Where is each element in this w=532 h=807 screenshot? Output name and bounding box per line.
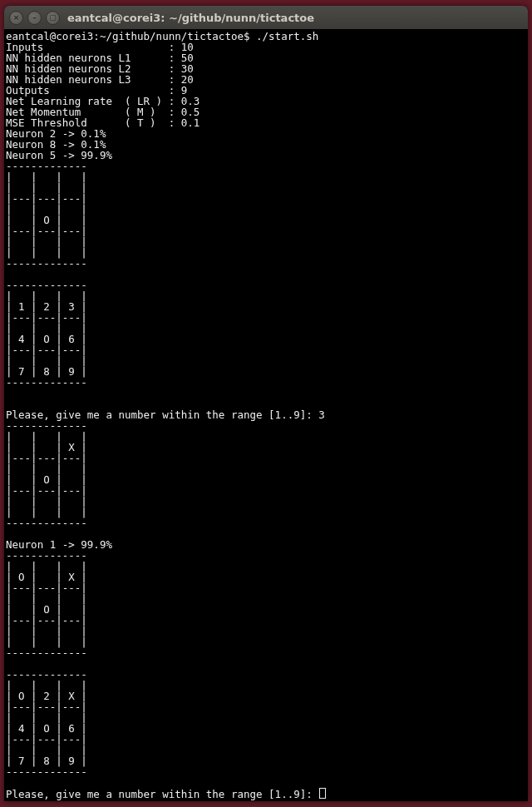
cursor-icon: [319, 788, 326, 799]
input-prompt[interactable]: Please, give me a number within the rang…: [6, 788, 318, 800]
window-title: eantcal@corei3: ~/github/nunn/tictactoe: [67, 12, 314, 24]
terminal-window: × – ▢ eantcal@corei3: ~/github/nunn/tict…: [4, 6, 528, 801]
terminal-output[interactable]: eantcal@corei3:~/github/nunn/tictactoe$ …: [4, 29, 528, 801]
minimize-icon[interactable]: –: [27, 11, 42, 25]
titlebar[interactable]: × – ▢ eantcal@corei3: ~/github/nunn/tict…: [4, 6, 528, 29]
maximize-icon[interactable]: ▢: [46, 11, 60, 25]
close-icon[interactable]: ×: [9, 11, 23, 25]
